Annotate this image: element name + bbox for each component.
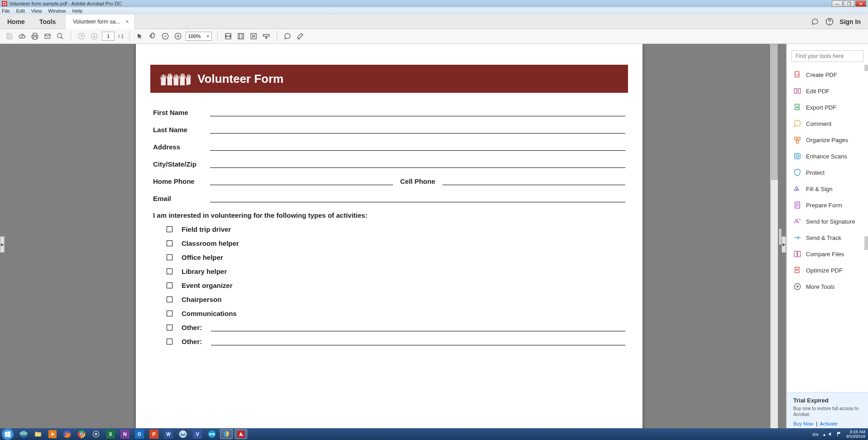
activity-checkbox[interactable]: [167, 254, 173, 260]
cloud-icon[interactable]: [17, 31, 27, 41]
taskbar-ie-icon[interactable]: [17, 429, 30, 439]
email-icon[interactable]: [43, 31, 53, 41]
tool-export-pdf[interactable]: Export PDF: [787, 99, 868, 115]
taskbar-app-icon[interactable]: [90, 429, 102, 439]
taskbar-word-icon[interactable]: W: [162, 429, 175, 439]
minimize-button[interactable]: —: [832, 0, 843, 7]
tool-create-pdf[interactable]: PDFCreate PDF: [787, 67, 868, 83]
zoom-in-icon[interactable]: [173, 31, 183, 41]
menu-edit[interactable]: Edit: [16, 8, 25, 14]
line-first-name: [210, 108, 625, 116]
taskbar-acrobat-icon[interactable]: [235, 429, 247, 439]
feedback-icon[interactable]: [810, 17, 820, 26]
left-panel-expand[interactable]: ▶: [0, 236, 5, 253]
tool-protect[interactable]: Protect: [787, 164, 868, 181]
tray-icons[interactable]: ▴: [823, 431, 842, 437]
tool-organize-pages[interactable]: Organize Pages: [787, 132, 868, 148]
taskbar-teamviewer-icon[interactable]: [206, 429, 218, 439]
tools-panel: PDFCreate PDFEdit PDFExport PDFCommentOr…: [786, 44, 868, 428]
highlight-icon[interactable]: [295, 31, 305, 41]
taskbar-outlook-icon[interactable]: O: [133, 429, 146, 439]
panel-scroll-up[interactable]: [864, 65, 868, 71]
menu-window[interactable]: Window: [48, 8, 66, 14]
activity-item-4: Event organizer: [167, 282, 625, 289]
activate-link[interactable]: Activate: [820, 421, 838, 426]
taskbar-powerpoint-icon[interactable]: P: [148, 429, 160, 439]
activity-checkbox[interactable]: [167, 311, 173, 316]
tool-comment[interactable]: Comment: [787, 115, 868, 132]
tool-more-tools[interactable]: More Tools: [787, 278, 868, 295]
tool-optimize-pdf[interactable]: Optimize PDF: [787, 262, 868, 278]
tray-flag-icon[interactable]: [836, 431, 842, 437]
print-icon[interactable]: [30, 31, 40, 41]
tools-search-input[interactable]: [791, 50, 863, 62]
scrollbar-thumb[interactable]: [771, 44, 778, 180]
separator: [129, 31, 129, 41]
document-tab[interactable]: Volunteer form sa... ×: [66, 14, 135, 29]
tool-send-track[interactable]: Send & Track: [787, 230, 868, 246]
taskbar-chrome-icon[interactable]: [75, 429, 88, 439]
activity-checkbox[interactable]: [167, 282, 173, 288]
tray-volume-icon[interactable]: [828, 431, 834, 437]
zoom-value: 100%: [188, 33, 201, 39]
fit-width-icon[interactable]: [223, 31, 233, 41]
nav-tools[interactable]: Tools: [32, 14, 63, 29]
nav-home[interactable]: Home: [0, 14, 32, 29]
activity-checkbox[interactable]: [167, 226, 173, 232]
sign-in-button[interactable]: Sign In: [839, 18, 861, 25]
right-panel-collapse[interactable]: ▶: [782, 236, 786, 253]
start-button[interactable]: [2, 428, 14, 440]
taskbar-explorer-icon[interactable]: [32, 429, 44, 439]
language-indicator[interactable]: EN: [813, 432, 819, 437]
taskbar-firefox-icon[interactable]: [61, 429, 73, 439]
vertical-scrollbar[interactable]: [770, 44, 778, 428]
taskbar-visio-icon[interactable]: V: [191, 429, 204, 439]
annotate-comment-icon[interactable]: [283, 31, 293, 41]
tool-label: Send & Track: [806, 234, 841, 241]
zoom-out-icon[interactable]: [160, 31, 170, 41]
tool-edit-pdf[interactable]: Edit PDF: [787, 83, 868, 99]
menu-file[interactable]: File: [2, 8, 10, 14]
system-clock[interactable]: 3:15 AM 9/10/2018: [846, 430, 865, 439]
taskbar-media-icon[interactable]: [46, 429, 59, 439]
tool-prepare-form[interactable]: Prepare Form: [787, 197, 868, 213]
fit-page-icon[interactable]: [236, 31, 246, 41]
close-tab-button[interactable]: ×: [125, 18, 129, 25]
menu-view[interactable]: View: [31, 8, 42, 14]
tray-chevron-up-icon[interactable]: ▴: [823, 432, 825, 437]
restore-button[interactable]: ❐: [844, 0, 854, 7]
optimize-pdf-icon: [793, 266, 801, 274]
separator: [217, 31, 218, 41]
activity-checkbox[interactable]: [167, 339, 173, 344]
taskbar-thunderbird-icon[interactable]: [177, 429, 189, 439]
close-window-button[interactable]: ✕: [855, 0, 866, 7]
zoom-combo[interactable]: 100%▼: [186, 32, 212, 41]
tool-enhance-scans[interactable]: Enhance Scans: [787, 148, 868, 164]
activity-checkbox[interactable]: [167, 325, 173, 330]
tool-compare-files[interactable]: Compare Files: [787, 246, 868, 262]
tool-fill-sign[interactable]: Fill & Sign: [787, 181, 868, 197]
taskbar-excel-icon[interactable]: X: [104, 429, 117, 439]
activity-checkbox[interactable]: [167, 240, 173, 246]
send-track-icon: [793, 234, 801, 242]
clock-date: 9/10/2018: [846, 434, 865, 439]
panel-scroll-handle[interactable]: [864, 236, 868, 250]
read-mode-icon[interactable]: [261, 31, 271, 41]
save-icon[interactable]: [5, 31, 14, 41]
organize-pages-icon: [793, 136, 801, 144]
taskbar-security-icon[interactable]: [220, 429, 233, 439]
select-tool-icon[interactable]: [135, 31, 145, 41]
prev-page-icon[interactable]: [77, 31, 86, 41]
activity-checkbox[interactable]: [167, 268, 173, 274]
taskbar-onenote-icon[interactable]: N: [119, 429, 131, 439]
search-icon[interactable]: [55, 31, 65, 41]
buy-now-link[interactable]: Buy Now: [793, 421, 813, 426]
fit-visible-icon[interactable]: [249, 31, 259, 41]
menu-help[interactable]: Help: [72, 8, 82, 14]
next-page-icon[interactable]: [89, 31, 99, 41]
tool-send-signature[interactable]: Send for Signature: [787, 213, 868, 230]
page-number-input[interactable]: [102, 32, 115, 41]
activity-checkbox[interactable]: [167, 297, 173, 302]
hand-tool-icon[interactable]: [148, 31, 158, 41]
help-icon[interactable]: [825, 17, 834, 26]
